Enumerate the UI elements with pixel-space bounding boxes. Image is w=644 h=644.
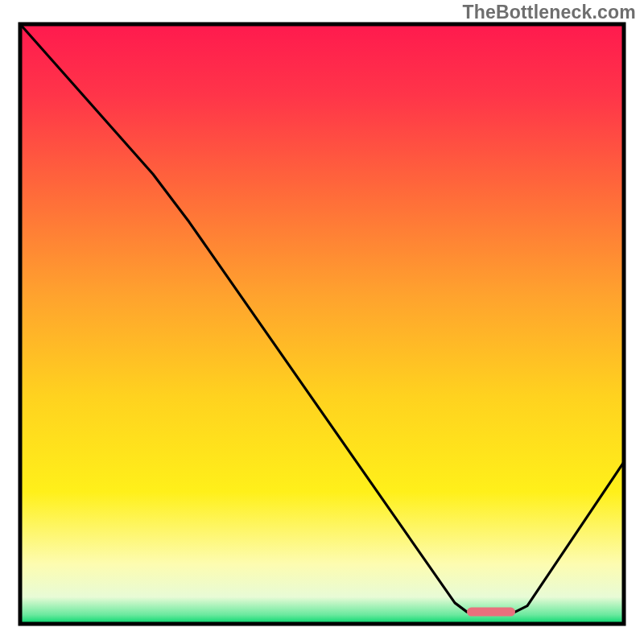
optimum-marker (467, 608, 515, 617)
chart-stage: TheBottleneck.com (0, 0, 644, 644)
gradient-background (20, 24, 624, 624)
bottleneck-chart (0, 0, 644, 644)
